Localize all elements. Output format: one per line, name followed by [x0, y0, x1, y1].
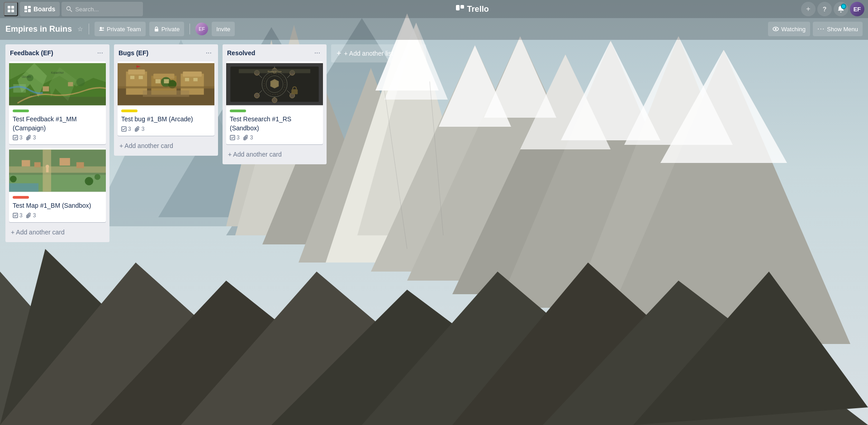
search-placeholder: Search...: [75, 6, 99, 13]
add-card-bugs-label: + Add another card: [119, 142, 173, 149]
board-title[interactable]: Empires in Ruins: [5, 24, 72, 34]
card-title-4: Test Research #1_RS (Sandbox): [230, 115, 319, 133]
svg-rect-100: [130, 76, 134, 79]
checklist-count-4: 3: [237, 134, 240, 141]
card-bugs-1[interactable]: Test bug #1_BM (Arcade) 3: [118, 62, 214, 136]
add-card-resolved-label: + Add another card: [228, 151, 282, 158]
list-title-feedback[interactable]: Feedback (EF): [10, 49, 95, 57]
privacy-button[interactable]: Private: [149, 22, 184, 36]
home-button[interactable]: [4, 2, 18, 16]
map-svg-2: [9, 148, 106, 193]
avatar-initials: EF: [854, 6, 861, 13]
attachment-icon-4: [243, 135, 249, 140]
attachment-item-4: 3: [243, 134, 253, 141]
topbar-center: Trello: [145, 5, 799, 14]
svg-rect-38: [8, 10, 10, 12]
svg-rect-98: [143, 91, 189, 97]
add-card-resolved[interactable]: + Add another card: [226, 148, 323, 161]
add-button[interactable]: +: [801, 2, 816, 16]
checklist-item-1: 3: [13, 134, 23, 141]
team-icon: [99, 26, 104, 32]
trello-logo-icon: [455, 5, 465, 14]
show-menu-label: Show Menu: [827, 26, 858, 33]
watching-button[interactable]: Watching: [768, 22, 810, 36]
attachment-item-2: 3: [26, 212, 36, 219]
list-title-bugs[interactable]: Bugs (EF): [119, 49, 204, 57]
svg-rect-43: [28, 9, 31, 12]
svg-rect-101: [139, 76, 143, 79]
svg-rect-39: [11, 10, 14, 12]
attachment-count-3: 3: [142, 126, 145, 132]
svg-rect-59: [13, 84, 26, 93]
list-title-resolved[interactable]: Resolved: [227, 49, 313, 57]
svg-point-44: [67, 7, 71, 10]
svg-rect-36: [8, 6, 10, 9]
checklist-item-4: 3: [230, 134, 240, 141]
card-feedback-1[interactable]: Gizzen Kalamhor Heim Test Feedback #1_MM…: [9, 62, 106, 144]
list-header-resolved: Resolved ···: [226, 48, 323, 58]
list-menu-resolved[interactable]: ···: [313, 48, 322, 58]
card-footer-3: 3 3: [121, 126, 211, 132]
svg-rect-91: [128, 69, 145, 74]
svg-rect-41: [28, 6, 31, 8]
svg-rect-76: [34, 162, 41, 167]
card-thumbnail-3: [118, 62, 214, 107]
card-label-1: [13, 110, 29, 112]
attachment-icon-2: [26, 213, 32, 218]
svg-rect-74: [9, 167, 106, 173]
search-button[interactable]: Search...: [62, 2, 143, 16]
svg-line-110: [123, 128, 125, 130]
card-feedback-2[interactable]: Test Map #1_BM (Sandbox) 3: [9, 148, 106, 222]
add-card-feedback-label: + Add another card: [11, 229, 65, 236]
svg-rect-75: [22, 160, 30, 167]
svg-rect-132: [291, 89, 298, 94]
list-menu-feedback[interactable]: ···: [95, 48, 105, 58]
add-card-bugs[interactable]: + Add another card: [118, 139, 214, 152]
svg-rect-103: [164, 79, 169, 83]
svg-rect-105: [193, 78, 197, 81]
notification-button[interactable]: [834, 2, 848, 16]
card-label-2: [13, 196, 29, 199]
topbar-right: + ? EF: [801, 2, 864, 16]
svg-rect-78: [76, 162, 84, 168]
show-menu-button[interactable]: ··· Show Menu: [813, 22, 863, 36]
list-menu-bugs[interactable]: ···: [204, 48, 213, 58]
board-header-right: Watching ··· Show Menu: [768, 22, 863, 36]
card-label-3: [121, 110, 138, 112]
lock-icon: [154, 26, 159, 32]
svg-point-51: [102, 27, 104, 29]
svg-point-84: [46, 165, 49, 168]
svg-line-45: [70, 10, 72, 12]
add-card-feedback[interactable]: + Add another card: [9, 226, 106, 239]
map-svg-1: Gizzen Kalamhor Heim: [9, 62, 106, 107]
eye-icon: [773, 26, 779, 32]
card-thumbnail-1: Gizzen Kalamhor Heim: [9, 62, 106, 107]
card-title-2: Test Map #1_BM (Sandbox): [13, 201, 102, 210]
svg-point-126: [272, 98, 277, 103]
svg-line-86: [14, 215, 15, 216]
invite-button[interactable]: Invite: [212, 22, 235, 36]
card-title-3: Test bug #1_BM (Arcade): [121, 115, 211, 124]
add-list-button[interactable]: + + Add another list: [331, 44, 426, 62]
svg-line-69: [14, 138, 15, 138]
svg-point-50: [100, 27, 102, 29]
attachment-item-1: 3: [26, 134, 36, 141]
svg-rect-52: [155, 29, 158, 32]
avatar[interactable]: EF: [850, 2, 864, 16]
list-header-feedback: Feedback (EF) ···: [9, 48, 106, 58]
attachment-count-1: 3: [33, 134, 36, 141]
checklist-count-3: 3: [128, 126, 131, 132]
info-button[interactable]: ?: [817, 2, 832, 16]
watching-label: Watching: [781, 26, 806, 33]
svg-point-54: [775, 28, 777, 30]
card-body-3: Test bug #1_BM (Arcade) 3: [118, 107, 214, 136]
svg-rect-82: [9, 183, 38, 192]
invite-avatar[interactable]: EF: [195, 23, 208, 35]
team-button[interactable]: Private Team: [95, 22, 146, 36]
card-footer-2: 3 3: [13, 212, 102, 219]
card-resolved-1[interactable]: Research Tree Test Research #1_RS (Sandb…: [226, 62, 323, 144]
boards-button[interactable]: Boards: [20, 2, 60, 16]
card-footer-4: 3 3: [230, 134, 319, 141]
attachment-icon-3: [135, 126, 140, 132]
star-icon[interactable]: ☆: [77, 25, 83, 33]
